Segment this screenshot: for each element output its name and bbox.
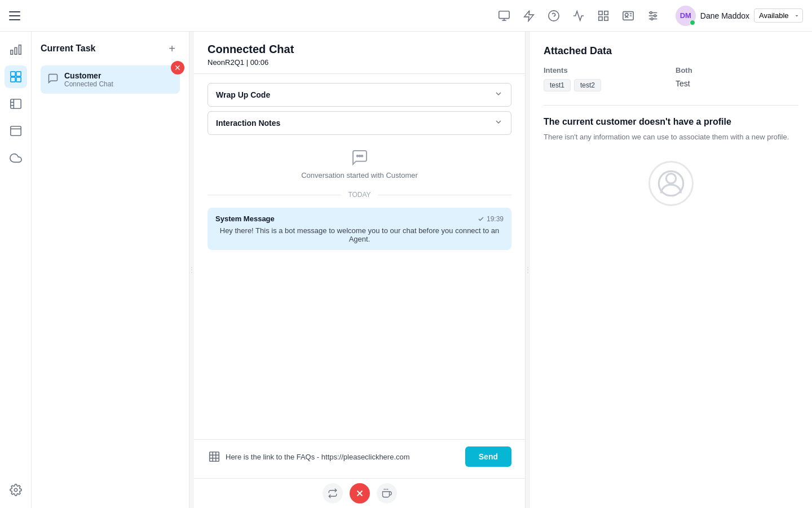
grid-icon[interactable] xyxy=(597,9,610,23)
svg-rect-23 xyxy=(16,77,20,82)
svg-point-44 xyxy=(666,173,676,183)
task-name: Customer xyxy=(64,71,113,80)
intents-grid: Intents test1 test2 Both Test xyxy=(544,66,798,91)
svg-point-14 xyxy=(650,11,652,14)
chat-header: Connected Chat NeonR2Q1 | 00:06 xyxy=(194,32,525,74)
status-select[interactable]: Available Busy Away Offline xyxy=(754,8,803,23)
add-task-button[interactable]: + xyxy=(164,41,180,56)
wrap-up-code-label: Wrap Up Code xyxy=(216,90,270,99)
wrap-up-code-dropdown[interactable]: Wrap Up Code xyxy=(208,83,511,107)
chat-body: Conversation started with Customer TODAY… xyxy=(194,135,525,439)
conversation-start: Conversation started with Customer xyxy=(208,135,511,186)
chat-title: Connected Chat xyxy=(208,43,511,56)
chat-panel: Connected Chat NeonR2Q1 | 00:06 Wrap Up … xyxy=(194,32,526,508)
sidebar-item-windows[interactable] xyxy=(5,120,27,142)
task-item-text: Customer Connected Chat xyxy=(64,71,113,88)
chat-input[interactable] xyxy=(226,450,461,463)
chat-input-row: Send xyxy=(208,446,511,467)
msg-header: System Message 19:39 xyxy=(215,214,504,223)
svg-point-10 xyxy=(625,13,628,16)
main-layout: Current Task + Customer Connected Chat ✕… xyxy=(0,32,812,508)
right-panel: Attached Data Intents test1 test2 Both T… xyxy=(530,32,812,508)
hamburger-menu[interactable] xyxy=(9,11,20,20)
profile-avatar-placeholder xyxy=(648,161,694,206)
svg-point-15 xyxy=(654,15,656,17)
intents-col-title: Intents xyxy=(544,66,667,75)
sidebar-item-analytics[interactable] xyxy=(5,38,27,61)
send-button[interactable]: Send xyxy=(465,446,511,467)
resize-handle-right[interactable]: ⋮ xyxy=(526,32,530,508)
attached-data-title: Attached Data xyxy=(544,45,798,57)
both-value: Test xyxy=(676,79,798,88)
resize-handle-left[interactable]: ⋮ xyxy=(189,32,194,508)
svg-rect-5 xyxy=(599,11,602,14)
both-col-title: Both xyxy=(676,66,798,75)
intent-tags: test1 test2 xyxy=(544,79,667,91)
divider xyxy=(544,105,798,106)
hold-button[interactable] xyxy=(377,483,397,503)
sliders-icon[interactable] xyxy=(646,9,660,23)
chat-icon xyxy=(47,73,59,86)
svg-point-32 xyxy=(359,155,360,157)
chart-icon[interactable] xyxy=(572,9,585,23)
system-message-bubble: System Message 19:39 Hey there! This is … xyxy=(208,208,511,250)
task-item[interactable]: Customer Connected Chat ✕ xyxy=(41,65,180,94)
svg-rect-18 xyxy=(15,47,17,54)
svg-rect-21 xyxy=(16,72,20,76)
monitor-icon[interactable] xyxy=(497,9,511,23)
task-panel-header: Current Task + xyxy=(41,41,180,56)
intent-tag-test1: test1 xyxy=(544,79,571,91)
sidebar-item-cloud[interactable] xyxy=(5,147,27,169)
svg-point-33 xyxy=(361,155,363,157)
task-sub: Connected Chat xyxy=(64,80,113,88)
user-name: Dane Maddox xyxy=(700,11,749,20)
help-icon[interactable] xyxy=(547,9,561,23)
msg-text: Hey there! This is a bot message to welc… xyxy=(215,226,504,243)
status-dot xyxy=(690,20,695,25)
svg-rect-24 xyxy=(10,99,20,109)
chevron-down-icon-2 xyxy=(494,117,503,129)
top-nav: DM Dane Maddox Available Busy Away Offli… xyxy=(0,0,812,32)
sidebar-item-settings[interactable] xyxy=(5,479,27,501)
end-button[interactable] xyxy=(350,483,370,503)
chat-meta: NeonR2Q1 | 00:06 xyxy=(208,58,511,67)
lightning-icon[interactable] xyxy=(522,9,536,23)
svg-rect-20 xyxy=(10,72,15,76)
task-panel-title: Current Task xyxy=(41,43,96,54)
chat-input-area: Send xyxy=(194,439,525,478)
session-id: NeonR2Q1 xyxy=(208,58,244,67)
intents-column: Intents test1 test2 xyxy=(544,66,667,91)
svg-point-3 xyxy=(549,10,559,20)
svg-rect-19 xyxy=(10,50,12,54)
sidebar xyxy=(0,32,32,508)
svg-point-16 xyxy=(651,17,653,20)
sidebar-item-tasks[interactable] xyxy=(5,65,27,88)
both-column: Both Test xyxy=(676,66,798,91)
svg-rect-0 xyxy=(499,11,509,18)
chat-timer: 00:06 xyxy=(250,58,269,67)
svg-rect-17 xyxy=(19,45,21,55)
msg-sender: System Message xyxy=(215,214,275,223)
svg-rect-34 xyxy=(210,452,219,462)
interaction-notes-label: Interaction Notes xyxy=(216,119,280,128)
id-card-icon[interactable] xyxy=(621,9,635,23)
task-close-button[interactable]: ✕ xyxy=(171,61,184,75)
today-divider: TODAY xyxy=(208,186,511,203)
transfer-button[interactable] xyxy=(323,483,343,503)
svg-rect-8 xyxy=(599,16,602,20)
intent-tag-test2: test2 xyxy=(574,79,601,91)
chevron-down-icon xyxy=(494,89,503,100)
meta-separator: | xyxy=(246,58,250,67)
task-panel: Current Task + Customer Connected Chat ✕ xyxy=(32,32,189,508)
chat-toolbar xyxy=(194,478,525,508)
user-section: DM Dane Maddox Available Busy Away Offli… xyxy=(676,6,803,26)
sidebar-item-contacts[interactable] xyxy=(5,93,27,115)
avatar: DM xyxy=(676,6,696,26)
today-label: TODAY xyxy=(348,191,370,199)
interaction-notes-dropdown[interactable]: Interaction Notes xyxy=(208,111,511,135)
svg-point-30 xyxy=(14,488,17,492)
conversation-start-text: Conversation started with Customer xyxy=(301,171,418,179)
msg-time: 19:39 xyxy=(478,215,504,223)
no-profile-title: The current customer doesn't have a prof… xyxy=(544,117,798,127)
table-icon[interactable] xyxy=(208,450,221,463)
